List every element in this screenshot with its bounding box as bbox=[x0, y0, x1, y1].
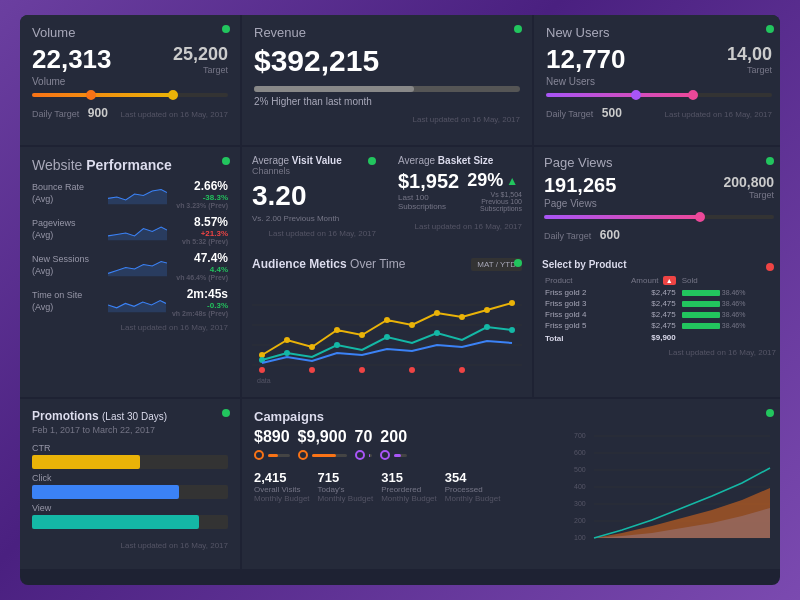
ctr-bar: CTR bbox=[32, 443, 228, 469]
new-users-status-dot bbox=[766, 25, 774, 33]
col-amount: Amount ▲ bbox=[608, 274, 679, 287]
avg-basket-last-updated: Last updated on 16 May, 2017 bbox=[398, 222, 522, 231]
svg-point-25 bbox=[509, 327, 515, 333]
middle-col: Average Visit Value Channels 3.20 Vs. 2.… bbox=[242, 147, 532, 397]
pageviews-card: Page Views 191,265 Page Views 200,800 Ta… bbox=[534, 147, 780, 251]
perf-bounce-label: Bounce Rate(Avg) bbox=[32, 182, 102, 205]
svg-point-21 bbox=[334, 342, 340, 348]
campaigns-left: $890 $9,900 70 bbox=[254, 428, 572, 559]
svg-point-26 bbox=[259, 367, 265, 373]
svg-point-11 bbox=[334, 327, 340, 333]
avg-visit-last-updated: Last updated on 16 May, 2017 bbox=[252, 229, 376, 238]
svg-text:data: data bbox=[257, 377, 271, 384]
avg-visit-comparison: Vs. 2.00 Previous Month bbox=[252, 214, 376, 223]
campaign-metric-1: $9,900 bbox=[298, 428, 347, 464]
performance-last-updated: Last updated on 16 May, 2017 bbox=[32, 323, 228, 332]
campaign-sub-1: 715 Today's Monthly Budget bbox=[318, 470, 374, 503]
product-table: Product Amount ▲ Sold Friss gold 2 $2,47… bbox=[542, 274, 776, 344]
svg-point-12 bbox=[359, 332, 365, 338]
campaigns-card: Campaigns $890 $9,900 bbox=[242, 399, 780, 569]
svg-text:100: 100 bbox=[574, 534, 586, 541]
right-col: Page Views 191,265 Page Views 200,800 Ta… bbox=[534, 147, 780, 397]
campaigns-status-dot bbox=[766, 409, 774, 417]
avg-basket-card: Average Basket Size $1,952 Last 100 Subs… bbox=[388, 147, 532, 247]
promotions-last-updated: Last updated on 16 May, 2017 bbox=[32, 541, 228, 550]
total-label: Total bbox=[542, 331, 608, 344]
avg-visit-title: Average Visit Value bbox=[252, 155, 376, 166]
svg-point-22 bbox=[384, 334, 390, 340]
volume-value: 22,313 bbox=[32, 44, 112, 75]
svg-point-20 bbox=[284, 350, 290, 356]
promotions-subtitle: Feb 1, 2017 to March 22, 2017 bbox=[32, 425, 228, 435]
audience-status-dot bbox=[514, 259, 522, 267]
svg-text:700: 700 bbox=[574, 432, 586, 439]
volume-progress bbox=[32, 93, 228, 97]
new-users-daily-label: Daily Target bbox=[546, 109, 593, 119]
new-users-last-updated: Last updated on 16 May, 2017 bbox=[665, 110, 773, 119]
new-users-value: 12,770 bbox=[546, 44, 626, 75]
select-product-title: Select by Product bbox=[542, 259, 776, 270]
svg-point-29 bbox=[409, 367, 415, 373]
avg-basket-subtitle: Last 100 Subscriptions bbox=[398, 193, 459, 211]
svg-text:200: 200 bbox=[574, 517, 586, 524]
pageviews-status-dot bbox=[766, 157, 774, 165]
svg-text:600: 600 bbox=[574, 449, 586, 456]
campaigns-top-metrics: $890 $9,900 70 bbox=[254, 428, 564, 464]
audience-title: Audience Metics Over Time bbox=[252, 257, 405, 271]
svg-marker-2 bbox=[108, 262, 167, 277]
svg-point-10 bbox=[309, 344, 315, 350]
volume-target: 25,200 bbox=[173, 44, 228, 65]
svg-point-23 bbox=[434, 330, 440, 336]
select-product-card: Select by Product Product Amount ▲ Sold … bbox=[534, 253, 780, 397]
revenue-title: Revenue bbox=[254, 25, 520, 40]
svg-point-30 bbox=[459, 367, 465, 373]
svg-point-9 bbox=[284, 337, 290, 343]
top-mid-section: Average Visit Value Channels 3.20 Vs. 2.… bbox=[242, 147, 532, 247]
pageviews-target: 200,800 bbox=[723, 174, 774, 190]
svg-point-28 bbox=[359, 367, 365, 373]
select-product-last-updated: Last updated on 16 May, 2017 bbox=[542, 348, 776, 357]
avg-visit-dot bbox=[368, 157, 376, 165]
campaign-metric-2: 70 bbox=[355, 428, 373, 464]
campaign-metric-0: $890 bbox=[254, 428, 290, 464]
col-product: Product bbox=[542, 274, 608, 287]
volume-target-label: Target bbox=[173, 65, 228, 75]
svg-point-18 bbox=[509, 300, 515, 306]
sessions-sparkline bbox=[108, 252, 167, 280]
svg-text:400: 400 bbox=[574, 483, 586, 490]
new-users-target: 14,00 bbox=[727, 44, 772, 65]
performance-title: Website Performance bbox=[32, 157, 228, 173]
svg-marker-1 bbox=[108, 227, 167, 240]
campaign-metric-3: 200 bbox=[380, 428, 407, 464]
audience-card: Audience Metics Over Time MAT / YTD bbox=[242, 249, 532, 397]
pageviews-title: Page Views bbox=[544, 155, 774, 170]
campaign-sub-0: 2,415 Overall Visits Monthly Budget bbox=[254, 470, 310, 503]
revenue-card: Revenue $392,215 2% Higher than last mon… bbox=[242, 15, 532, 145]
revenue-subtitle: 2% Higher than last month bbox=[254, 96, 520, 107]
total-amount: $9,900 bbox=[608, 331, 679, 344]
avg-basket-title: Average Basket Size bbox=[398, 155, 522, 166]
svg-point-27 bbox=[309, 367, 315, 373]
svg-point-16 bbox=[459, 314, 465, 320]
revenue-last-updated: Last updated on 16 May, 2017 bbox=[254, 115, 520, 124]
click-bar: Click bbox=[32, 473, 228, 499]
new-users-label: New Users bbox=[546, 76, 626, 87]
avg-visit-value: 3.20 bbox=[252, 180, 376, 212]
svg-text:500: 500 bbox=[574, 466, 586, 473]
perf-bounce-val: 2.66% -38.3% vh 3.23% (Prev) bbox=[173, 179, 228, 209]
volume-label: Volume bbox=[32, 76, 112, 87]
svg-marker-3 bbox=[108, 301, 166, 313]
pageviews-target-label: Target bbox=[723, 190, 774, 200]
perf-time-row: Time on Site(Avg) 2m:45s -0.3% vh 2m:48s… bbox=[32, 287, 228, 317]
campaigns-chart: 700 600 500 400 300 200 100 bbox=[572, 428, 772, 559]
volume-title: Volume bbox=[32, 25, 228, 40]
svg-point-24 bbox=[484, 324, 490, 330]
campaigns-bottom-metrics: 2,415 Overall Visits Monthly Budget 715 … bbox=[254, 470, 564, 503]
volume-last-updated: Last updated on 16 May, 2017 bbox=[121, 110, 229, 119]
promotions-card: Promotions (Last 30 Days) Feb 1, 2017 to… bbox=[20, 399, 240, 569]
bounce-sparkline bbox=[108, 180, 167, 208]
volume-daily-val: 900 bbox=[88, 106, 108, 120]
volume-card: Volume 22,313 Volume 25,200 Target Daily… bbox=[20, 15, 240, 145]
revenue-value: $392,215 bbox=[254, 44, 520, 78]
new-users-card: New Users 12,770 New Users 14,00 Target … bbox=[534, 15, 780, 145]
